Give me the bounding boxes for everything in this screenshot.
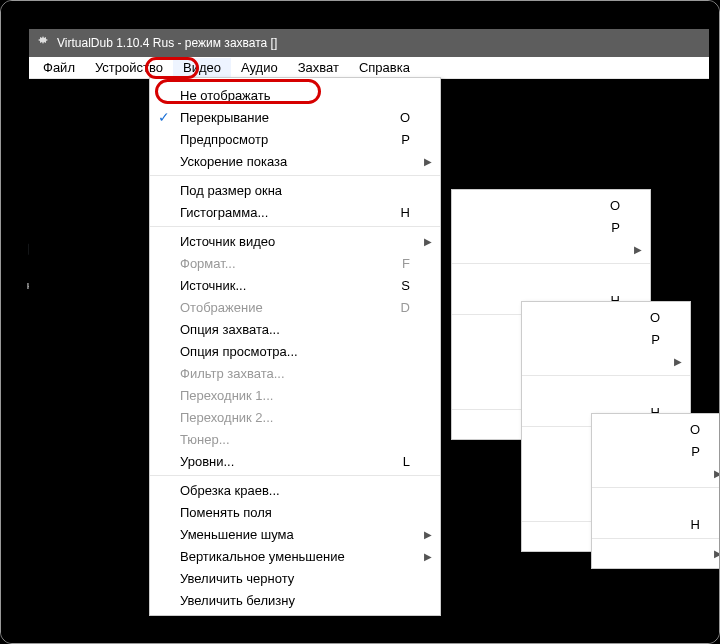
menu-no-display[interactable]: Не отображать <box>150 84 440 106</box>
shortcut: O <box>610 198 620 213</box>
shortcut: O <box>650 310 660 325</box>
menu-vertical-reduction[interactable]: Вертикальное уменьшение ▶ <box>150 545 440 567</box>
menu-label: Формат... <box>180 256 236 271</box>
submenu-arrow-icon: ▶ <box>424 529 432 540</box>
shortcut: P <box>401 132 410 147</box>
submenu-arrow-icon: ▶ <box>424 551 432 562</box>
shortcut: D <box>401 300 410 315</box>
shortcut: H <box>401 205 410 220</box>
menu-item[interactable]: O <box>452 194 650 216</box>
menu-item[interactable]: O <box>592 418 720 440</box>
menu-label: Ускорение показа <box>180 154 287 169</box>
separator <box>150 175 440 176</box>
shortcut: F <box>402 256 410 271</box>
menu-levels[interactable]: Уровни... L <box>150 450 440 472</box>
menu-item[interactable] <box>452 267 650 289</box>
menu-increase-white[interactable]: Увеличить белизну <box>150 589 440 611</box>
menu-increase-black[interactable]: Увеличить черноту <box>150 567 440 589</box>
menu-label: Источник видео <box>180 234 275 249</box>
menu-noise-reduction[interactable]: Уменьшение шума ▶ <box>150 523 440 545</box>
menu-item[interactable]: P <box>522 328 690 350</box>
menu-label: Поменять поля <box>180 505 272 520</box>
menu-item[interactable]: ▶ <box>592 542 720 564</box>
submenu-arrow-icon: ▶ <box>634 244 642 255</box>
submenu-arrow-icon: ▶ <box>714 468 720 479</box>
background-menu-c: O P ▶ H ▶ <box>591 413 720 569</box>
menu-crop[interactable]: Обрезка краев... <box>150 479 440 501</box>
menu-label: Обрезка краев... <box>180 483 280 498</box>
menu-item[interactable] <box>592 491 720 513</box>
separator <box>150 226 440 227</box>
menu-label: Переходник 1... <box>180 388 273 403</box>
menu-item[interactable]: ▶ <box>592 462 720 484</box>
menu-label: Перекрывание <box>180 110 269 125</box>
menu-label: Гистограмма... <box>180 205 268 220</box>
menu-item[interactable] <box>522 379 690 401</box>
menu-item[interactable]: ▶ <box>452 238 650 260</box>
submenu-arrow-icon: ▶ <box>714 548 720 559</box>
window-title: VirtualDub 1.10.4 Rus - режим захвата [] <box>57 36 277 50</box>
menu-label: Под размер окна <box>180 183 282 198</box>
menu-audio[interactable]: Аудио <box>231 58 288 77</box>
menu-label: Фильтр захвата... <box>180 366 285 381</box>
menu-item[interactable]: O <box>522 306 690 328</box>
menu-video-source[interactable]: Источник видео ▶ <box>150 230 440 252</box>
menu-swap-fields[interactable]: Поменять поля <box>150 501 440 523</box>
menu-label: Отображение <box>180 300 263 315</box>
menu-accel[interactable]: Ускорение показа ▶ <box>150 150 440 172</box>
menu-label: Предпросмотр <box>180 132 268 147</box>
menu-source[interactable]: Источник... S <box>150 274 440 296</box>
menu-label: Вертикальное уменьшение <box>180 549 345 564</box>
submenu-arrow-icon: ▶ <box>424 236 432 247</box>
menu-label: Не отображать <box>180 88 271 103</box>
menu-overlay[interactable]: ✓ Перекрывание O <box>150 106 440 128</box>
separator <box>150 475 440 476</box>
menu-crossbar-2: Переходник 2... <box>150 406 440 428</box>
checkmark-icon: ✓ <box>158 109 170 125</box>
menu-help[interactable]: Справка <box>349 58 420 77</box>
menu-fit[interactable]: Под размер окна <box>150 179 440 201</box>
shortcut: P <box>611 220 620 235</box>
submenu-arrow-icon: ▶ <box>674 356 682 367</box>
menubar[interactable]: Файл Устройство Видео Аудио Захват Справ… <box>29 57 709 79</box>
shortcut: H <box>691 517 700 532</box>
menu-label: Уровни... <box>180 454 234 469</box>
shortcut: O <box>400 110 410 125</box>
titlebar[interactable]: VirtualDub 1.10.4 Rus - режим захвата [] <box>29 29 709 57</box>
menu-item[interactable]: P <box>452 216 650 238</box>
menu-capture-option[interactable]: Опция захвата... <box>150 318 440 340</box>
menu-item[interactable]: H <box>592 513 720 535</box>
menu-preview[interactable]: Предпросмотр P <box>150 128 440 150</box>
menu-item[interactable]: P <box>592 440 720 462</box>
menu-label: Источник... <box>180 278 246 293</box>
menu-file[interactable]: Файл <box>33 58 85 77</box>
menu-label: Увеличить белизну <box>180 593 295 608</box>
menu-label: Опция захвата... <box>180 322 280 337</box>
menu-capture[interactable]: Захват <box>288 58 349 77</box>
menu-label: Опция просмотра... <box>180 344 298 359</box>
app-icon <box>35 35 51 51</box>
menu-crossbar-1: Переходник 1... <box>150 384 440 406</box>
menu-device[interactable]: Устройство <box>85 58 173 77</box>
menu-view-option[interactable]: Опция просмотра... <box>150 340 440 362</box>
submenu-arrow-icon: ▶ <box>424 156 432 167</box>
desktop: Этот компьютер Э комп V Файл a V Файл a <box>1 1 719 643</box>
menu-video[interactable]: Видео <box>173 58 231 77</box>
shortcut: P <box>691 444 700 459</box>
shortcut: S <box>401 278 410 293</box>
menu-display: Отображение D <box>150 296 440 318</box>
menu-label: Переходник 2... <box>180 410 273 425</box>
menu-item[interactable]: ▶ <box>522 350 690 372</box>
menu-tuner: Тюнер... <box>150 428 440 450</box>
menu-histogram[interactable]: Гистограмма... H <box>150 201 440 223</box>
shortcut: O <box>690 422 700 437</box>
menu-label: Увеличить черноту <box>180 571 294 586</box>
menu-label: Тюнер... <box>180 432 230 447</box>
shortcut: L <box>403 454 410 469</box>
video-dropdown-menu[interactable]: Не отображать ✓ Перекрывание O Предпросм… <box>149 77 441 616</box>
menu-label: Уменьшение шума <box>180 527 294 542</box>
menu-capture-filter: Фильтр захвата... <box>150 362 440 384</box>
shortcut: P <box>651 332 660 347</box>
menu-format: Формат... F <box>150 252 440 274</box>
